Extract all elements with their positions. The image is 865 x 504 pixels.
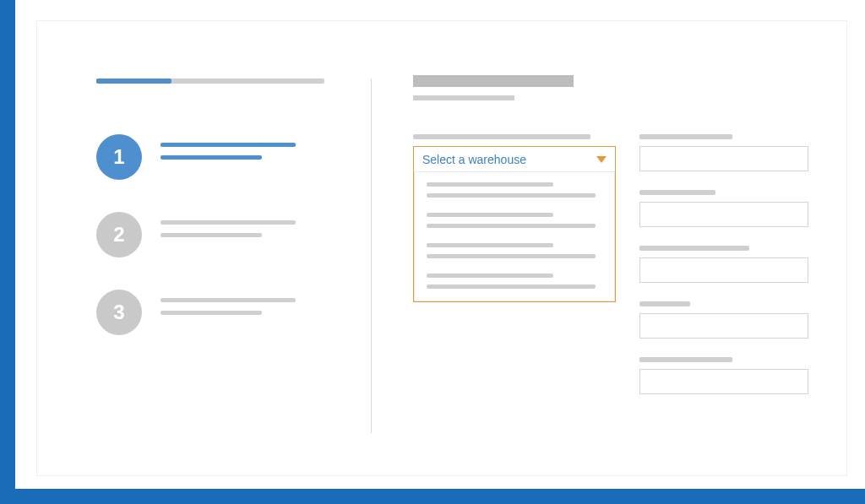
field-5-label <box>639 357 732 362</box>
form-panel: Select a warehouse <box>413 75 835 394</box>
step-2-label <box>160 212 296 237</box>
warehouse-option-4[interactable] <box>427 274 602 289</box>
warehouse-select[interactable]: Select a warehouse <box>413 146 616 302</box>
progress-bar <box>96 79 324 84</box>
step-3[interactable]: 3 <box>96 290 333 335</box>
field-2-input[interactable] <box>639 202 808 227</box>
step-2-badge: 2 <box>96 212 142 257</box>
warehouse-select-header[interactable]: Select a warehouse <box>414 147 615 172</box>
step-1-badge: 1 <box>96 134 142 180</box>
wizard-steps-panel: 1 2 3 <box>96 79 333 367</box>
warehouse-option-2[interactable] <box>427 213 602 228</box>
step-1-label <box>160 134 296 160</box>
field-3-label <box>639 246 749 251</box>
step-2[interactable]: 2 <box>96 212 333 257</box>
app-frame: 1 2 3 <box>0 0 865 504</box>
warehouse-field-label <box>413 134 590 139</box>
step-1[interactable]: 1 <box>96 134 333 180</box>
vertical-divider <box>371 79 372 433</box>
warehouse-select-options <box>414 172 615 301</box>
field-4-input[interactable] <box>639 313 808 339</box>
canvas: 1 2 3 <box>36 20 847 476</box>
field-4-label <box>639 301 690 306</box>
field-2-label <box>639 190 715 195</box>
warehouse-select-placeholder: Select a warehouse <box>422 153 526 166</box>
warehouse-option-3[interactable] <box>427 243 602 258</box>
progress-fill <box>96 79 171 84</box>
field-3-input[interactable] <box>639 257 808 283</box>
warehouse-option-1[interactable] <box>427 182 602 198</box>
field-1-input[interactable] <box>639 146 808 171</box>
step-3-badge: 3 <box>96 290 142 335</box>
step-3-label <box>160 290 296 315</box>
field-5-input[interactable] <box>639 369 808 394</box>
section-heading <box>413 75 835 100</box>
chevron-down-icon <box>596 156 607 163</box>
field-1-label <box>639 134 732 139</box>
